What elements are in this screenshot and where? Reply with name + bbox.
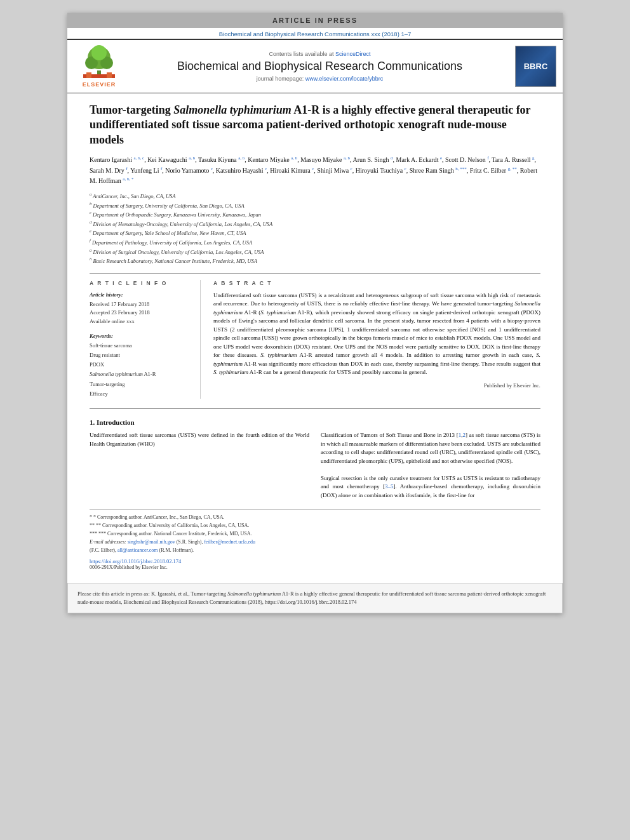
footnote-emails: E-mail addresses: singhshr@mail.nih.gov … bbox=[90, 538, 540, 555]
email-singh[interactable]: singhshr@mail.nih.gov bbox=[128, 539, 175, 545]
journal-main-title: Biochemical and Biophysical Research Com… bbox=[131, 60, 509, 73]
citation-prefix: Please cite this article in press as: K.… bbox=[77, 590, 227, 597]
keywords-label: Keywords: bbox=[90, 333, 191, 339]
journal-ref-line: Biochemical and Biophysical Research Com… bbox=[67, 28, 563, 39]
doi-link[interactable]: https://doi.org/10.1016/j.bbrc.2018.02.1… bbox=[90, 558, 181, 564]
elsevier-text: ELSEVIER bbox=[83, 81, 116, 88]
footnote-star3: *** *** Corresponding author. National C… bbox=[90, 530, 540, 538]
keyword-1: Soft-tissue sarcoma bbox=[90, 341, 191, 350]
homepage-link[interactable]: www.elsevier.com/locate/ybbrc bbox=[305, 76, 384, 82]
affiliations: a AntiCancer, Inc., San Diego, CA, USA b… bbox=[90, 191, 540, 265]
journal-header: ELSEVIER Contents lists available at Sci… bbox=[67, 39, 563, 93]
affiliation-c: c Department of Orthopaedic Surgery, Kan… bbox=[90, 210, 540, 219]
affiliation-b: b Department of Surgery, University of C… bbox=[90, 201, 540, 210]
elsevier-logo: ELSEVIER bbox=[74, 45, 124, 88]
article-title: Tumor-targeting Salmonella typhimurium A… bbox=[90, 103, 540, 147]
footnotes-section: * * Corresponding author. AntiCancer, In… bbox=[90, 509, 540, 554]
keyword-3: PDOX bbox=[90, 360, 191, 370]
science-direct-line: Contents lists available at ScienceDirec… bbox=[131, 51, 509, 57]
footnote-star2: ** ** Corresponding author. University o… bbox=[90, 522, 540, 530]
abstract-col: A B S T R A C T Undifferentiated soft ti… bbox=[213, 280, 540, 399]
journal-ref-text: Biochemical and Biophysical Research Com… bbox=[219, 30, 412, 37]
svg-rect-6 bbox=[86, 72, 91, 78]
article-dates: Received 17 February 2018 Accepted 23 Fe… bbox=[90, 300, 191, 326]
issn-line: 0006-291X/Published by Elsevier Inc. bbox=[90, 564, 540, 570]
citation-box: Please cite this article in press as: K.… bbox=[67, 583, 563, 613]
introduction-section: 1. Introduction Undifferentiated soft ti… bbox=[90, 418, 540, 500]
affiliation-h: h Basic Research Laboratory, National Ca… bbox=[90, 256, 540, 265]
page: ARTICLE IN PRESS Biochemical and Biophys… bbox=[67, 13, 563, 613]
divider-1 bbox=[90, 273, 540, 274]
contents-label: Contents lists available at bbox=[269, 51, 333, 57]
email-eilber[interactable]: feilber@mednet.ucla.edu bbox=[204, 539, 255, 545]
keyword-5: Tumor-targeting bbox=[90, 380, 191, 389]
accepted-date: Accepted 23 February 2018 bbox=[90, 309, 191, 317]
intro-left-col: Undifferentiated soft tissue sarcomas (U… bbox=[90, 431, 309, 500]
affiliation-d: d Division of Hematology-Oncology, Unive… bbox=[90, 219, 540, 229]
keyword-6: Efficacy bbox=[90, 389, 191, 399]
affiliation-g: g Division of Surgical Oncology, Univers… bbox=[90, 247, 540, 257]
article-history-label: Article history: bbox=[90, 291, 191, 298]
homepage-label: journal homepage: bbox=[257, 76, 304, 82]
footnote-star1: * * Corresponding author. AntiCancer, In… bbox=[90, 514, 540, 522]
journal-title-center: Contents lists available at ScienceDirec… bbox=[131, 51, 509, 82]
ref-3-5-link[interactable]: 3–5 bbox=[385, 483, 394, 490]
citation-italic: Salmonella typhimurium bbox=[227, 590, 281, 597]
received-date: Received 17 February 2018 bbox=[90, 300, 191, 309]
affiliation-a: a AntiCancer, Inc., San Diego, CA, USA bbox=[90, 191, 540, 201]
article-in-press-label: ARTICLE IN PRESS bbox=[272, 17, 358, 24]
intro-heading: 1. Introduction bbox=[90, 418, 540, 426]
title-italic: Salmonella typhimurium bbox=[173, 103, 292, 116]
keywords-list: Soft-tissue sarcoma Drug resistant PDOX … bbox=[90, 341, 191, 399]
available-date: Available online xxx bbox=[90, 317, 191, 326]
bbrc-logo: BBRC bbox=[515, 46, 556, 87]
affiliation-e: e Department of Surgery, Yale School of … bbox=[90, 228, 540, 237]
article-info-heading: A R T I C L E I N F O bbox=[90, 280, 191, 286]
published-by: Published by Elsevier Inc. bbox=[213, 382, 540, 389]
authors: Kentaro Igarashi a, b, c, Kei Kawaguchi … bbox=[90, 155, 540, 186]
main-content: Tumor-targeting Salmonella typhimurium A… bbox=[67, 93, 563, 577]
elsevier-tree-icon bbox=[80, 45, 118, 80]
doi-line: https://doi.org/10.1016/j.bbrc.2018.02.1… bbox=[90, 558, 540, 564]
intro-body: Undifferentiated soft tissue sarcomas (U… bbox=[90, 431, 540, 500]
affiliation-f: f Department of Pathology, University of… bbox=[90, 237, 540, 247]
article-info-abstract-section: A R T I C L E I N F O Article history: R… bbox=[90, 280, 540, 399]
svg-point-4 bbox=[91, 45, 107, 60]
divider-2 bbox=[90, 408, 540, 409]
ref-1-link[interactable]: 1 bbox=[459, 432, 462, 438]
keyword-4: Salmonella typhimurium A1-R bbox=[90, 370, 191, 379]
title-part1: Tumor-targeting bbox=[90, 103, 173, 116]
bbrc-logo-text: BBRC bbox=[524, 62, 548, 71]
svg-rect-7 bbox=[107, 72, 112, 78]
ref-2-link[interactable]: 2 bbox=[462, 432, 466, 438]
article-in-press-bar: ARTICLE IN PRESS bbox=[67, 13, 563, 28]
intro-right-col: Classification of Tumors of Soft Tissue … bbox=[321, 431, 540, 500]
keyword-2: Drug resistant bbox=[90, 350, 191, 360]
abstract-text: Undifferentiated soft tissue sarcoma (US… bbox=[213, 291, 540, 377]
abstract-heading: A B S T R A C T bbox=[213, 280, 540, 286]
article-info-col: A R T I C L E I N F O Article history: R… bbox=[90, 280, 201, 399]
science-direct-link[interactable]: ScienceDirect bbox=[335, 51, 371, 57]
email-hoffman[interactable]: all@anticancer.com bbox=[117, 547, 158, 553]
journal-homepage: journal homepage: www.elsevier.com/locat… bbox=[131, 76, 509, 82]
